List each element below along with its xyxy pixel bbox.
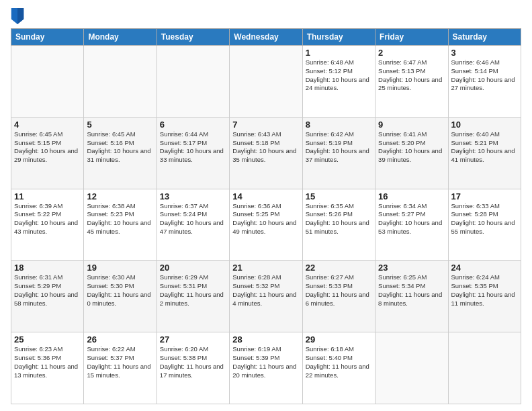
day-number: 10: [451, 120, 518, 130]
day-info: Sunrise: 6:31 AM Sunset: 5:29 PM Dayligh…: [14, 273, 81, 308]
day-info: Sunrise: 6:24 AM Sunset: 5:35 PM Dayligh…: [451, 273, 518, 308]
day-number: 8: [306, 120, 372, 130]
day-info: Sunrise: 6:29 AM Sunset: 5:31 PM Dayligh…: [160, 273, 226, 308]
day-cell: 29Sunrise: 6:18 AM Sunset: 5:40 PM Dayli…: [302, 332, 375, 404]
day-number: 14: [232, 191, 299, 201]
weekday-thursday: Thursday: [302, 29, 375, 46]
logo: [11, 8, 27, 24]
day-info: Sunrise: 6:39 AM Sunset: 5:22 PM Dayligh…: [14, 202, 81, 236]
day-cell: 19Sunrise: 6:30 AM Sunset: 5:30 PM Dayli…: [84, 261, 157, 332]
day-cell: 3Sunrise: 6:46 AM Sunset: 5:14 PM Daylig…: [448, 46, 521, 118]
day-number: 17: [451, 191, 518, 201]
day-number: 26: [87, 334, 153, 345]
day-number: 23: [378, 263, 445, 273]
day-cell: 6Sunrise: 6:44 AM Sunset: 5:17 PM Daylig…: [157, 117, 229, 189]
week-row-3: 18Sunrise: 6:31 AM Sunset: 5:29 PM Dayli…: [11, 261, 521, 332]
calendar-page: SundayMondayTuesdayWednesdayThursdayFrid…: [0, 0, 532, 411]
day-info: Sunrise: 6:25 AM Sunset: 5:34 PM Dayligh…: [378, 273, 445, 308]
day-number: 5: [87, 120, 153, 130]
day-cell: 28Sunrise: 6:19 AM Sunset: 5:39 PM Dayli…: [230, 332, 302, 404]
svg-marker-1: [17, 8, 24, 24]
day-number: 1: [306, 48, 372, 58]
day-number: 12: [87, 191, 153, 201]
day-number: 6: [160, 120, 226, 130]
day-number: 7: [232, 120, 299, 130]
day-info: Sunrise: 6:37 AM Sunset: 5:24 PM Dayligh…: [160, 202, 226, 236]
day-cell: [448, 332, 521, 404]
weekday-friday: Friday: [375, 29, 448, 46]
day-number: 29: [306, 334, 372, 345]
day-cell: 13Sunrise: 6:37 AM Sunset: 5:24 PM Dayli…: [157, 189, 229, 261]
day-info: Sunrise: 6:22 AM Sunset: 5:37 PM Dayligh…: [87, 345, 153, 379]
day-cell: [11, 46, 84, 118]
day-info: Sunrise: 6:35 AM Sunset: 5:26 PM Dayligh…: [306, 202, 372, 236]
day-number: 13: [160, 191, 226, 201]
day-cell: 4Sunrise: 6:45 AM Sunset: 5:15 PM Daylig…: [11, 117, 84, 189]
day-info: Sunrise: 6:20 AM Sunset: 5:38 PM Dayligh…: [160, 345, 226, 379]
day-number: 15: [306, 191, 372, 201]
day-info: Sunrise: 6:47 AM Sunset: 5:13 PM Dayligh…: [378, 58, 445, 93]
day-number: 19: [87, 263, 153, 273]
day-number: 21: [232, 263, 299, 273]
day-cell: 18Sunrise: 6:31 AM Sunset: 5:29 PM Dayli…: [11, 261, 84, 332]
weekday-monday: Monday: [84, 29, 157, 46]
weekday-tuesday: Tuesday: [157, 29, 229, 46]
day-info: Sunrise: 6:40 AM Sunset: 5:21 PM Dayligh…: [451, 130, 518, 165]
day-info: Sunrise: 6:18 AM Sunset: 5:40 PM Dayligh…: [306, 345, 372, 379]
day-info: Sunrise: 6:34 AM Sunset: 5:27 PM Dayligh…: [378, 202, 445, 236]
day-info: Sunrise: 6:43 AM Sunset: 5:18 PM Dayligh…: [232, 130, 299, 165]
day-cell: 12Sunrise: 6:38 AM Sunset: 5:23 PM Dayli…: [84, 189, 157, 261]
day-info: Sunrise: 6:42 AM Sunset: 5:19 PM Dayligh…: [306, 130, 372, 165]
day-cell: [84, 46, 157, 118]
day-info: Sunrise: 6:44 AM Sunset: 5:17 PM Dayligh…: [160, 130, 226, 165]
day-number: 22: [306, 263, 372, 273]
day-number: 25: [14, 334, 81, 345]
day-cell: 8Sunrise: 6:42 AM Sunset: 5:19 PM Daylig…: [302, 117, 375, 189]
week-row-1: 4Sunrise: 6:45 AM Sunset: 5:15 PM Daylig…: [11, 117, 521, 189]
weekday-saturday: Saturday: [448, 29, 521, 46]
day-number: 20: [160, 263, 226, 273]
page-header: [11, 8, 521, 24]
day-cell: 24Sunrise: 6:24 AM Sunset: 5:35 PM Dayli…: [448, 261, 521, 332]
day-cell: [230, 46, 302, 118]
day-number: 3: [451, 48, 518, 58]
day-cell: 5Sunrise: 6:45 AM Sunset: 5:16 PM Daylig…: [84, 117, 157, 189]
day-number: 11: [14, 191, 81, 201]
day-cell: [157, 46, 229, 118]
day-cell: 16Sunrise: 6:34 AM Sunset: 5:27 PM Dayli…: [375, 189, 448, 261]
day-cell: 17Sunrise: 6:33 AM Sunset: 5:28 PM Dayli…: [448, 189, 521, 261]
day-cell: 23Sunrise: 6:25 AM Sunset: 5:34 PM Dayli…: [375, 261, 448, 332]
day-number: 18: [14, 263, 81, 273]
day-number: 28: [232, 334, 299, 345]
day-cell: 7Sunrise: 6:43 AM Sunset: 5:18 PM Daylig…: [230, 117, 302, 189]
day-cell: 20Sunrise: 6:29 AM Sunset: 5:31 PM Dayli…: [157, 261, 229, 332]
day-info: Sunrise: 6:48 AM Sunset: 5:12 PM Dayligh…: [306, 58, 372, 93]
week-row-4: 25Sunrise: 6:23 AM Sunset: 5:36 PM Dayli…: [11, 332, 521, 404]
logo-icon: [11, 8, 24, 24]
day-cell: 9Sunrise: 6:41 AM Sunset: 5:20 PM Daylig…: [375, 117, 448, 189]
day-info: Sunrise: 6:46 AM Sunset: 5:14 PM Dayligh…: [451, 58, 518, 93]
week-row-0: 1Sunrise: 6:48 AM Sunset: 5:12 PM Daylig…: [11, 46, 521, 118]
day-cell: 25Sunrise: 6:23 AM Sunset: 5:36 PM Dayli…: [11, 332, 84, 404]
weekday-header-row: SundayMondayTuesdayWednesdayThursdayFrid…: [11, 29, 521, 46]
day-info: Sunrise: 6:45 AM Sunset: 5:16 PM Dayligh…: [87, 130, 153, 165]
day-number: 24: [451, 263, 518, 273]
weekday-wednesday: Wednesday: [230, 29, 302, 46]
day-number: 4: [14, 120, 81, 130]
day-cell: 22Sunrise: 6:27 AM Sunset: 5:33 PM Dayli…: [302, 261, 375, 332]
week-row-2: 11Sunrise: 6:39 AM Sunset: 5:22 PM Dayli…: [11, 189, 521, 261]
day-cell: 27Sunrise: 6:20 AM Sunset: 5:38 PM Dayli…: [157, 332, 229, 404]
day-number: 9: [378, 120, 445, 130]
weekday-sunday: Sunday: [11, 29, 84, 46]
day-info: Sunrise: 6:23 AM Sunset: 5:36 PM Dayligh…: [14, 345, 81, 379]
day-cell: 10Sunrise: 6:40 AM Sunset: 5:21 PM Dayli…: [448, 117, 521, 189]
day-info: Sunrise: 6:41 AM Sunset: 5:20 PM Dayligh…: [378, 130, 445, 165]
day-info: Sunrise: 6:28 AM Sunset: 5:32 PM Dayligh…: [232, 273, 299, 308]
day-info: Sunrise: 6:27 AM Sunset: 5:33 PM Dayligh…: [306, 273, 372, 308]
day-number: 2: [378, 48, 445, 58]
day-number: 16: [378, 191, 445, 201]
day-cell: 14Sunrise: 6:36 AM Sunset: 5:25 PM Dayli…: [230, 189, 302, 261]
day-info: Sunrise: 6:33 AM Sunset: 5:28 PM Dayligh…: [451, 202, 518, 236]
day-info: Sunrise: 6:19 AM Sunset: 5:39 PM Dayligh…: [232, 345, 299, 379]
day-info: Sunrise: 6:45 AM Sunset: 5:15 PM Dayligh…: [14, 130, 81, 165]
